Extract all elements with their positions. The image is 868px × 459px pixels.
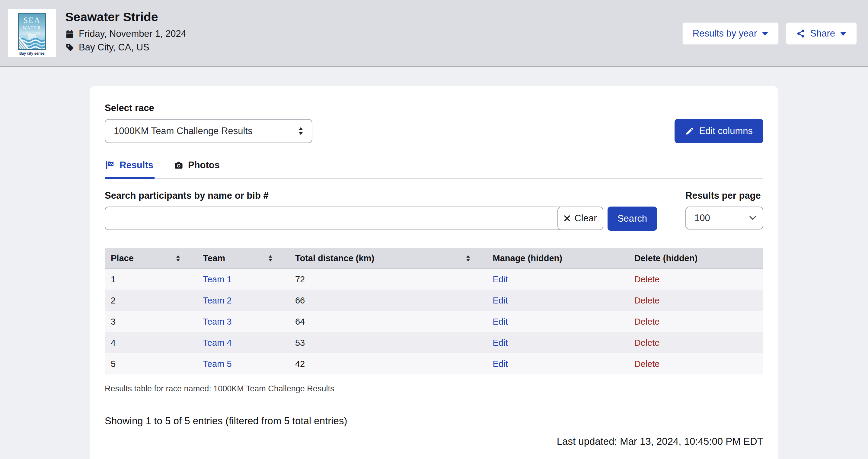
up-down-arrows-icon (298, 127, 303, 135)
chevron-down-icon (840, 32, 846, 36)
tag-icon (65, 43, 74, 52)
wedge-graphic (19, 36, 30, 49)
calendar-icon (65, 29, 74, 38)
edit-link[interactable]: Edit (493, 317, 508, 326)
column-header-manage: Manage (hidden) (487, 248, 628, 269)
edit-link[interactable]: Edit (493, 275, 508, 284)
last-updated-text: Last updated: Mar 13, 2024, 10:45:00 PM … (105, 436, 763, 447)
results-per-page-label: Results per page (685, 190, 763, 201)
delete-link[interactable]: Delete (634, 359, 660, 369)
clear-label: Clear (574, 213, 597, 224)
team-link[interactable]: Team 5 (203, 359, 231, 369)
column-header-team[interactable]: Team (197, 248, 289, 269)
table-row: 4 Team 4 53 Edit Delete (105, 332, 763, 353)
chevron-down-icon (749, 216, 756, 220)
clear-button[interactable]: Clear (557, 206, 603, 230)
logo-caption: Bay city series (19, 51, 45, 56)
results-photos-tabs: Results Photos (105, 160, 763, 179)
column-header-total-distance[interactable]: Total distance (km) (289, 248, 487, 269)
race-select-value: 1000KM Team Challenge Results (114, 125, 253, 137)
results-page: Select race 1000KM Team Challenge Result… (0, 67, 868, 459)
team-link[interactable]: Team 3 (203, 317, 231, 326)
table-row: 3 Team 3 64 Edit Delete (105, 311, 763, 332)
table-header-row: Place Team Total distance (km) (105, 248, 763, 269)
page-title: Seawater Stride (65, 10, 186, 24)
results-card: Select race 1000KM Team Challenge Result… (90, 86, 778, 459)
search-label: Search participants by name or bib # (105, 190, 657, 201)
column-header-place[interactable]: Place (105, 248, 197, 269)
table-row: 1 Team 1 72 Edit Delete (105, 269, 763, 290)
share-icon (796, 29, 805, 38)
x-icon (564, 215, 570, 222)
delete-link[interactable]: Delete (634, 296, 660, 305)
event-date: Friday, November 1, 2024 (79, 28, 186, 39)
race-select[interactable]: 1000KM Team Challenge Results (105, 119, 312, 143)
column-header-delete: Delete (hidden) (628, 248, 763, 269)
edit-link[interactable]: Edit (493, 296, 508, 305)
table-caption: Results table for race named: 1000KM Tea… (105, 384, 763, 394)
chevron-down-icon (762, 32, 768, 36)
place-cell: 3 (105, 311, 197, 332)
search-input[interactable] (105, 206, 563, 230)
logo-line-2: WATER (19, 26, 45, 30)
tab-photos-label: Photos (188, 160, 220, 171)
event-logo-poster: SEA WATER STRIDE (18, 13, 46, 50)
showing-entries-text: Showing 1 to 5 of 5 entries (filtered fr… (105, 415, 763, 427)
pencil-icon (685, 126, 694, 136)
tab-results[interactable]: Results (105, 160, 155, 179)
edit-columns-button[interactable]: Edit columns (675, 119, 763, 143)
select-race-label: Select race (105, 103, 312, 114)
results-per-page-select[interactable]: 100 (685, 206, 763, 229)
tab-results-label: Results (120, 160, 153, 171)
sort-icon (176, 255, 180, 261)
distance-cell: 66 (289, 290, 487, 311)
results-table: Place Team Total distance (km) (105, 248, 763, 374)
place-cell: 4 (105, 332, 197, 353)
results-per-page-value: 100 (694, 212, 710, 224)
distance-cell: 53 (289, 332, 487, 353)
edit-link[interactable]: Edit (493, 338, 508, 348)
event-header: SEA WATER STRIDE Bay city series Seawate… (0, 0, 868, 67)
delete-link[interactable]: Delete (634, 338, 660, 348)
search-button-label: Search (618, 213, 647, 224)
distance-cell: 42 (289, 353, 487, 374)
event-logo[interactable]: SEA WATER STRIDE Bay city series (8, 9, 56, 57)
team-link[interactable]: Team 2 (203, 296, 231, 305)
place-cell: 5 (105, 353, 197, 374)
place-cell: 1 (105, 269, 197, 290)
edit-columns-label: Edit columns (699, 125, 753, 137)
team-link[interactable]: Team 1 (203, 275, 231, 284)
camera-icon (174, 160, 184, 170)
delete-link[interactable]: Delete (634, 275, 660, 284)
table-row: 2 Team 2 66 Edit Delete (105, 290, 763, 311)
checkered-flag-icon (105, 160, 115, 170)
place-cell: 2 (105, 290, 197, 311)
table-row: 5 Team 5 42 Edit Delete (105, 353, 763, 374)
tab-photos[interactable]: Photos (173, 160, 221, 179)
logo-line-1: SEA (19, 16, 45, 25)
search-button[interactable]: Search (608, 206, 657, 231)
delete-link[interactable]: Delete (634, 317, 660, 326)
event-location: Bay City, CA, US (79, 42, 149, 53)
results-by-year-button[interactable]: Results by year (682, 22, 779, 45)
distance-cell: 64 (289, 311, 487, 332)
share-button[interactable]: Share (785, 22, 857, 45)
share-label: Share (810, 28, 835, 39)
sort-icon (466, 255, 470, 261)
distance-cell: 72 (289, 269, 487, 290)
sort-icon (268, 255, 273, 261)
results-by-year-label: Results by year (693, 28, 757, 39)
edit-link[interactable]: Edit (493, 359, 508, 369)
team-link[interactable]: Team 4 (203, 338, 231, 348)
